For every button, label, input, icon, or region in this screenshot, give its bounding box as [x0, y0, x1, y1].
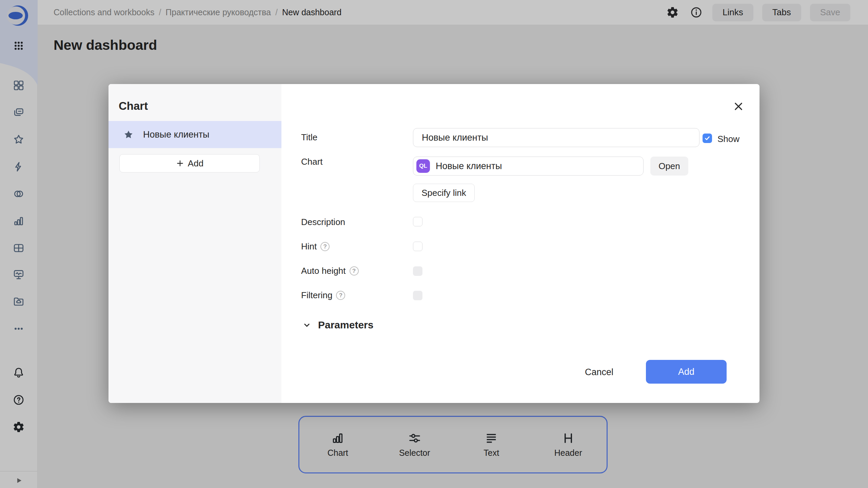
- auto-height-label: Auto height: [301, 266, 359, 276]
- close-dialog-button[interactable]: [731, 99, 746, 114]
- hint-label: Hint: [301, 241, 330, 252]
- add-tab-button[interactable]: Add: [119, 154, 260, 172]
- filtering-help-icon[interactable]: [336, 291, 345, 300]
- hint-help-icon[interactable]: [320, 242, 330, 251]
- open-chart-button[interactable]: Open: [650, 157, 688, 176]
- chart-field-label: Chart: [301, 157, 323, 167]
- chart-name: Новые клиенты: [436, 161, 502, 171]
- plus-icon: [176, 159, 184, 168]
- cancel-button[interactable]: Cancel: [574, 363, 625, 382]
- parameters-toggle[interactable]: Parameters: [302, 319, 373, 331]
- hint-label-text: Hint: [301, 241, 317, 252]
- title-field-label: Title: [301, 132, 317, 143]
- chart-tab-label: Новые клиенты: [143, 129, 209, 140]
- ql-chart-badge: QL: [416, 159, 430, 173]
- filtering-checkbox: [413, 291, 422, 300]
- show-title-label[interactable]: Show: [717, 134, 739, 144]
- add-tab-label: Add: [188, 158, 203, 169]
- checkmark-icon: [704, 135, 711, 142]
- specify-link-button[interactable]: Specify link: [413, 184, 475, 202]
- chart-select-field[interactable]: QL Новые клиенты: [413, 157, 644, 176]
- datalens-app: Collections and workbooks / Практические…: [0, 0, 868, 488]
- filtering-label: Filtering: [301, 290, 345, 301]
- description-label: Description: [301, 217, 345, 227]
- parameters-label: Parameters: [318, 319, 373, 331]
- dialog-tabs-panel: Chart Новые клиенты Add: [108, 84, 281, 403]
- show-title-checkbox[interactable]: [703, 134, 712, 143]
- add-widget-button[interactable]: Add: [646, 360, 727, 384]
- chart-tab-selected[interactable]: Новые клиенты: [108, 121, 281, 148]
- hint-checkbox[interactable]: [413, 242, 422, 251]
- star-filled-icon: [123, 129, 134, 140]
- description-checkbox[interactable]: [413, 217, 422, 226]
- title-input[interactable]: [413, 128, 699, 147]
- auto-height-help-icon[interactable]: [350, 266, 359, 276]
- dialog-title: Chart: [119, 100, 148, 113]
- chart-widget-dialog: Chart Новые клиенты Add Title: [108, 84, 760, 403]
- filtering-label-text: Filtering: [301, 290, 332, 301]
- chevron-down-icon: [302, 320, 312, 330]
- close-icon: [733, 101, 744, 112]
- auto-height-checkbox: [413, 266, 422, 276]
- auto-height-label-text: Auto height: [301, 266, 346, 276]
